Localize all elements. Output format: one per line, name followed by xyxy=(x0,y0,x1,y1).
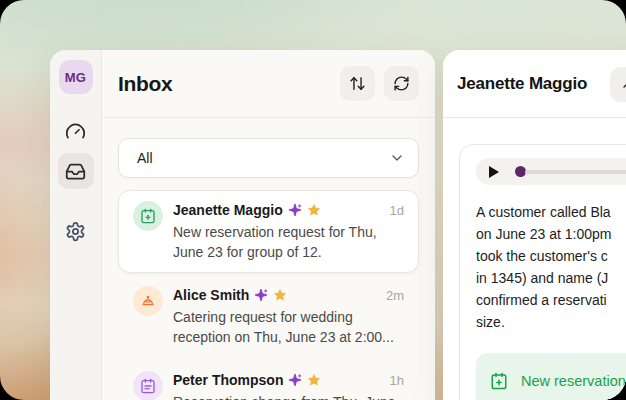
sidebar-item-dashboard[interactable] xyxy=(58,113,94,149)
page-title: Inbox xyxy=(118,72,331,96)
arrow-up-down-icon xyxy=(349,75,366,92)
calendar-plus-icon xyxy=(140,208,156,224)
star-icon xyxy=(273,288,287,302)
message-type-avatar xyxy=(133,286,163,316)
inbox-body: All xyxy=(102,118,435,400)
star-icon xyxy=(307,373,321,387)
transcript-line: A customer called Bla xyxy=(476,201,626,223)
transcript-line: size. xyxy=(476,311,626,333)
seek-bar[interactable] xyxy=(515,166,626,177)
avatar[interactable]: MG xyxy=(59,60,93,94)
gear-icon xyxy=(65,221,86,242)
refresh-icon xyxy=(393,75,410,92)
message-type-avatar xyxy=(133,201,163,231)
message-time: 2m xyxy=(386,288,404,303)
inbox-panel: Inbox All xyxy=(102,50,435,400)
detail-header: Jeanette Maggio xyxy=(443,50,626,118)
transcript-line: in 1345) and name (J xyxy=(476,267,626,289)
message-list: Jeanette Maggio 1d New reserva xyxy=(118,190,419,400)
sender-name: Alice Smith xyxy=(173,287,249,303)
calendar-plus-icon xyxy=(490,372,508,390)
desktop-background: MG xyxy=(0,0,626,400)
calendar-days-icon xyxy=(140,378,156,394)
sidebar-item-inbox[interactable] xyxy=(58,153,94,189)
refresh-button[interactable] xyxy=(384,66,419,101)
new-reservation-badge[interactable]: New reservation request xyxy=(476,353,626,400)
message-content: Alice Smith 2m Catering reques xyxy=(173,286,404,347)
sparkles-icon xyxy=(288,373,302,387)
message-preview: Catering request for wedding xyxy=(173,307,404,327)
message-header: Jeanette Maggio 1d xyxy=(173,201,404,219)
nav-rail: MG xyxy=(50,50,102,400)
transcript-line: confirmed a reservati xyxy=(476,289,626,311)
star-icon xyxy=(307,203,321,217)
message-header: Peter Thompson 1h xyxy=(173,371,404,389)
inbox-window: MG xyxy=(50,50,435,400)
message-content: Jeanette Maggio 1d New reserva xyxy=(173,201,404,262)
detail-body: A customer called Bla on June 23 at 1:00… xyxy=(443,118,626,400)
list-item-peter[interactable]: Peter Thompson 1h Reservation xyxy=(118,360,419,400)
chevron-down-icon xyxy=(389,150,405,166)
screenshot-stage: MG xyxy=(0,0,626,400)
inbox-header: Inbox xyxy=(102,50,435,118)
message-time: 1d xyxy=(390,203,404,218)
transcript-card: A customer called Bla on June 23 at 1:00… xyxy=(459,144,626,400)
play-icon[interactable] xyxy=(489,166,499,178)
message-preview: New reservation request for Thu, xyxy=(173,222,404,242)
message-preview: Reservation change from Thu, June xyxy=(173,392,404,400)
cloche-icon xyxy=(140,293,156,309)
message-header: Alice Smith 2m xyxy=(173,286,404,304)
gauge-icon xyxy=(65,121,86,142)
detail-window: Jeanette Maggio A customer called Bla xyxy=(443,50,626,400)
sort-button[interactable] xyxy=(340,66,375,101)
seek-track xyxy=(525,170,626,174)
inbox-icon xyxy=(65,161,86,182)
transcript: A customer called Bla on June 23 at 1:00… xyxy=(476,201,626,333)
sparkles-icon xyxy=(254,288,268,302)
rail-nav xyxy=(58,113,94,249)
audio-player[interactable] xyxy=(476,158,626,185)
chevron-up-icon xyxy=(620,77,626,93)
badge-label: New reservation request xyxy=(521,373,626,389)
filter-dropdown[interactable]: All xyxy=(118,138,419,178)
sidebar-item-settings[interactable] xyxy=(58,213,94,249)
conversation-title: Jeanette Maggio xyxy=(457,74,587,94)
message-type-avatar xyxy=(133,371,163,400)
sparkles-icon xyxy=(288,203,302,217)
message-preview: reception on Thu, June 23 at 2:00... xyxy=(173,327,404,347)
sender-name: Peter Thompson xyxy=(173,372,283,388)
collapse-button[interactable] xyxy=(610,67,626,102)
transcript-line: on June 23 at 1:00pm xyxy=(476,223,626,245)
message-content: Peter Thompson 1h Reservation xyxy=(173,371,404,400)
message-time: 1h xyxy=(390,373,404,388)
list-item-jeanette[interactable]: Jeanette Maggio 1d New reserva xyxy=(118,190,419,273)
transcript-line: took the customer's c xyxy=(476,245,626,267)
filter-value: All xyxy=(137,150,153,166)
message-preview: June 23 for group of 12. xyxy=(173,242,404,262)
list-item-alice[interactable]: Alice Smith 2m Catering reques xyxy=(118,275,419,358)
sender-name: Jeanette Maggio xyxy=(173,202,283,218)
